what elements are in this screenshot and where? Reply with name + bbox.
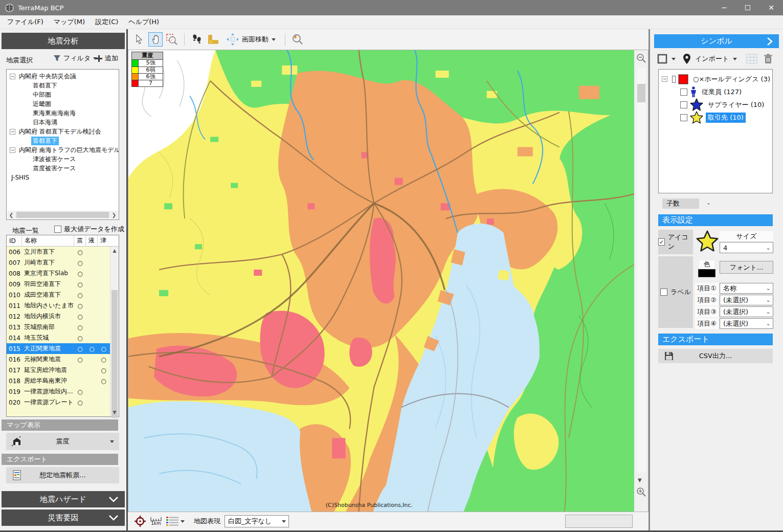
add-button[interactable]: 追加 [96,54,118,63]
symbol-panel-header[interactable]: シンボル [654,34,779,48]
csv-export-button[interactable]: CSV出力... [658,349,773,363]
tree-item[interactable]: 津波被害ケース [8,154,119,164]
chevron-right-icon[interactable] [767,37,773,46]
maximize-button[interactable]: ☐ [736,0,759,15]
tree-item[interactable]: −内閣府 南海トラフの巨大地震モデル検 [8,145,119,154]
label-checkbox-group[interactable]: ラベル [658,256,693,328]
col-ekijo[interactable]: 液 [86,235,98,246]
icon-checkbox[interactable]: ✓ [658,238,665,246]
tree-item[interactable]: 首都直下 [8,136,119,145]
minimize-button[interactable]: ─ [712,0,736,15]
scrollbar-thumb[interactable] [16,212,109,218]
symbol-tree-item[interactable]: 従業員 (127) [659,85,772,98]
zoom-tool-button[interactable] [165,32,179,47]
table-row[interactable]: 017延宝房総沖地震○ [7,365,110,375]
shindo-map-button[interactable]: 震度 [6,433,119,450]
shape-dropdown-arrow[interactable] [672,58,676,60]
scroll-left-arrow[interactable]: ❮ [7,212,15,218]
table-row[interactable]: 007川崎市直下○ [7,257,110,268]
legend-list-button[interactable] [166,516,185,527]
size-combobox[interactable]: 4 ⌄ [720,242,773,253]
tree-item[interactable]: 東海東南海南海 [8,108,119,118]
map-vertical-scrollbar[interactable] [637,68,645,473]
font-button[interactable]: フォント... [720,261,773,274]
tree-item[interactable]: J-SHIS [8,173,119,182]
trash-icon[interactable] [764,54,773,64]
symbol-tree-item[interactable]: 取引先 (10) [659,111,772,124]
scroll-right-arrow[interactable]: ❯ [110,212,118,218]
table-grid-icon[interactable] [746,54,757,64]
tree-item[interactable]: 中部圏 [8,90,119,99]
label-checkbox[interactable] [660,289,667,296]
table-row[interactable]: 019一律震源地殻内...○ [7,386,110,397]
layer-checkbox[interactable] [680,101,687,108]
layer-checkbox[interactable] [680,88,687,96]
expander-icon[interactable]: − [10,147,15,153]
scrollbar-thumb[interactable] [111,290,118,418]
table-row[interactable]: 012地殻内横浜市○ [7,311,110,322]
hazard-section-header[interactable]: 地震ハザード [2,491,125,507]
table-row[interactable]: 013茨城県南部○ [7,322,110,332]
measure-ruler-button[interactable] [206,32,220,47]
table-row[interactable]: 014埼玉茨城○ [7,332,110,343]
symbol-tree-item[interactable]: −○×ホールディングス (3) [659,73,772,85]
layer-checkbox[interactable] [680,114,687,121]
item4-combobox[interactable]: (未選択)⌄ [720,318,773,329]
table-row[interactable]: 009羽田空港直下○ [7,279,110,290]
label-color-swatch[interactable] [698,269,715,277]
combo-chevron-icon[interactable]: ⌄ [764,245,773,251]
tree-item[interactable]: 震度被害ケース [8,164,119,173]
menu-map[interactable]: マップ(M) [49,15,90,29]
dropdown-arrow[interactable] [110,440,114,443]
scroll-down-chevron[interactable]: ▼ [638,477,642,483]
select-tool-button[interactable] [132,32,146,47]
max-data-checkbox[interactable]: 最大値データを作成 [54,225,124,234]
scroll-down-arrow[interactable]: ▼ [110,410,119,415]
tree-item[interactable]: 日本海溝 [8,118,119,127]
tree-horizontal-scrollbar[interactable]: ❮ ❯ [7,211,118,219]
import-label[interactable]: インポート [695,54,729,63]
import-dropdown-arrow[interactable] [733,58,737,60]
map-style-combobox[interactable]: 白図_文字なし [225,515,289,527]
table-row[interactable]: 016元禄関東地震○○ [7,354,110,365]
combo-dropdown-button[interactable] [279,516,288,527]
scrollbar-thumb[interactable] [637,84,645,102]
tree-item[interactable]: 近畿圏 [8,99,119,108]
table-row[interactable]: 008東京湾直下Slab○ [7,268,110,279]
pan-tool-button[interactable] [148,32,163,47]
map-canvas[interactable]: 震度 5強6弱6強7 (C)Shobunsha Publications,Inc… [128,50,634,512]
menu-settings[interactable]: 設定(C) [90,15,123,29]
col-id[interactable]: ID [7,235,22,246]
table-vertical-scrollbar[interactable]: ▲ ▼ [110,247,119,416]
table-row[interactable]: 011地殻内さいたま市○ [7,300,110,311]
disaster-section-header[interactable]: 災害要因 [2,509,125,526]
col-shindo[interactable]: 震 [74,235,86,246]
measure-walk-button[interactable] [190,32,204,47]
expander-icon[interactable]: − [662,76,667,82]
col-tsunami[interactable]: 津 [98,235,108,246]
zoom-out-icon[interactable] [636,53,646,63]
screen-move-button[interactable]: 画面移動 [222,32,280,47]
item2-combobox[interactable]: (未選択)⌄ [720,295,773,305]
expander-icon[interactable]: − [10,129,15,135]
tree-item[interactable]: −内閣府 首都直下モデル検討会 [8,127,119,136]
table-row[interactable]: 020一律震源プレート...○ [7,397,110,408]
checkbox-icon[interactable] [54,226,61,233]
center-compass-icon[interactable] [134,515,146,527]
table-row[interactable]: 006立川市直下○ [7,247,110,257]
table-row[interactable]: 010成田空港直下○ [7,290,110,300]
icon-checkbox-group[interactable]: ✓ アイコン [658,230,693,254]
filter-button[interactable]: フィルタ [53,54,97,63]
symbol-shape-icon[interactable] [657,54,667,64]
item3-combobox[interactable]: (未選択)⌄ [720,306,773,317]
col-name[interactable]: 名称 [22,235,74,246]
zoom-in-icon[interactable] [636,487,646,497]
menu-help[interactable]: ヘルプ(H) [123,15,164,29]
info-search-button[interactable] [290,32,305,47]
tree-item[interactable]: −内閣府 中央防災会議 [8,72,119,81]
report-export-button[interactable]: 想定地震帳票... [6,467,119,483]
close-button[interactable]: ✕ [759,0,783,15]
scale-indicator[interactable]: 1km [150,517,162,526]
table-row[interactable]: 018房総半島南東沖○ [7,375,110,386]
screen-move-dropdown[interactable] [272,38,276,41]
